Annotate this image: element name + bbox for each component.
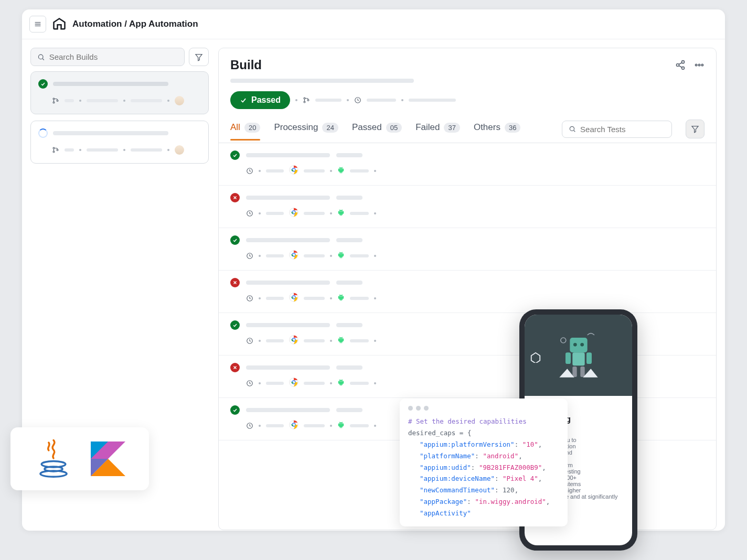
skeleton bbox=[304, 254, 325, 257]
branch-icon bbox=[52, 97, 59, 104]
logo-icon bbox=[530, 351, 541, 363]
test-row[interactable] bbox=[219, 228, 716, 271]
search-icon bbox=[569, 125, 576, 133]
skeleton bbox=[336, 365, 362, 370]
skeleton bbox=[304, 339, 325, 342]
skeleton bbox=[336, 238, 362, 242]
android-icon bbox=[337, 294, 345, 303]
skeleton bbox=[246, 238, 330, 242]
skeleton bbox=[336, 196, 362, 200]
build-header: Build Passed bbox=[219, 48, 716, 109]
chrome-icon bbox=[289, 165, 298, 177]
skeleton bbox=[246, 153, 330, 157]
chrome-icon bbox=[289, 420, 298, 432]
skeleton bbox=[246, 365, 330, 370]
svg-point-14 bbox=[682, 67, 685, 69]
status-badge-label: Passed bbox=[251, 95, 281, 105]
filter-builds-button[interactable] bbox=[189, 48, 209, 66]
clock-icon bbox=[354, 96, 361, 104]
search-tests-input[interactable] bbox=[562, 121, 672, 138]
skeleton bbox=[266, 169, 284, 173]
share-icon[interactable] bbox=[675, 60, 686, 70]
build-card[interactable] bbox=[30, 121, 209, 164]
skeleton bbox=[230, 79, 414, 83]
svg-point-20 bbox=[304, 98, 305, 99]
skeleton bbox=[350, 339, 369, 342]
tab-others[interactable]: Others36 bbox=[474, 122, 521, 140]
code-line: "platformName": "android", bbox=[420, 450, 559, 462]
svg-rect-64 bbox=[572, 352, 584, 365]
svg-point-7 bbox=[53, 102, 55, 103]
breadcrumb: Automation / App Automation bbox=[72, 19, 198, 29]
svg-line-16 bbox=[679, 66, 682, 67]
tab-processing[interactable]: Processing24 bbox=[274, 122, 338, 140]
skeleton bbox=[53, 82, 168, 86]
skeleton bbox=[266, 382, 284, 385]
header: Automation / App Automation bbox=[22, 9, 725, 39]
skeleton bbox=[350, 424, 369, 427]
android-icon bbox=[337, 209, 345, 218]
tab-passed[interactable]: Passed05 bbox=[352, 122, 402, 140]
skeleton bbox=[266, 297, 284, 300]
test-row[interactable] bbox=[219, 186, 716, 228]
kotlin-icon bbox=[91, 441, 125, 476]
search-icon bbox=[37, 53, 45, 61]
filter-icon bbox=[691, 125, 699, 133]
tab-label: Others bbox=[474, 122, 500, 133]
android-icon bbox=[337, 379, 345, 388]
build-card[interactable] bbox=[30, 71, 209, 114]
svg-point-69 bbox=[560, 338, 565, 343]
check-icon bbox=[38, 79, 48, 89]
page-title: Build bbox=[230, 58, 262, 72]
skeleton bbox=[304, 382, 325, 385]
filter-tests-button[interactable] bbox=[686, 120, 705, 138]
tab-count: 24 bbox=[322, 123, 338, 133]
test-row[interactable] bbox=[219, 313, 716, 356]
code-line: "appium:platformVersion": "10", bbox=[420, 439, 559, 450]
skeleton bbox=[304, 212, 325, 215]
search-builds-input[interactable] bbox=[30, 48, 185, 66]
search-builds-field[interactable] bbox=[49, 52, 178, 61]
tab-failed[interactable]: Failed37 bbox=[415, 122, 460, 140]
menu-button[interactable] bbox=[29, 16, 46, 33]
logo bbox=[51, 16, 67, 32]
tab-all[interactable]: All20 bbox=[230, 122, 260, 140]
svg-line-4 bbox=[42, 58, 44, 60]
svg-point-11 bbox=[57, 149, 58, 151]
test-row[interactable] bbox=[219, 143, 716, 186]
chrome-icon bbox=[289, 293, 298, 304]
tabs: All20Processing24Passed05Failed37Others3… bbox=[219, 120, 716, 143]
tab-count: 37 bbox=[444, 123, 460, 133]
skeleton bbox=[350, 169, 369, 173]
check-icon bbox=[230, 235, 240, 245]
code-snippet-card: # Set the desired capabilities desired_c… bbox=[400, 399, 568, 526]
skeleton bbox=[53, 131, 168, 135]
chrome-icon bbox=[289, 208, 298, 219]
skeleton bbox=[246, 196, 330, 200]
code-line: "appium:deviceName": "Pixel 4", bbox=[420, 473, 559, 484]
chrome-icon bbox=[289, 335, 298, 347]
svg-marker-70 bbox=[559, 369, 574, 378]
tab-label: Processing bbox=[274, 122, 318, 133]
phone-banner bbox=[525, 315, 632, 396]
check-icon bbox=[230, 150, 240, 160]
svg-rect-61 bbox=[570, 338, 587, 352]
spinner-icon bbox=[38, 128, 48, 138]
svg-point-24 bbox=[570, 126, 574, 131]
skeleton bbox=[131, 99, 162, 102]
code-line: "newCommandTimeout": 120, bbox=[420, 484, 559, 496]
more-icon[interactable] bbox=[694, 60, 705, 70]
skeleton bbox=[367, 99, 396, 102]
skeleton bbox=[266, 212, 284, 215]
test-row[interactable] bbox=[219, 271, 716, 313]
search-tests-field[interactable] bbox=[580, 125, 665, 134]
robot-illustration bbox=[556, 327, 601, 380]
svg-point-18 bbox=[698, 64, 700, 66]
language-card bbox=[10, 427, 149, 490]
code-line: "appPackage": "in.wiggy.android", bbox=[420, 496, 559, 508]
chrome-icon bbox=[289, 378, 298, 389]
test-row[interactable] bbox=[219, 356, 716, 398]
tab-count: 36 bbox=[505, 123, 520, 133]
tab-label: All bbox=[230, 122, 240, 133]
skeleton bbox=[246, 281, 330, 285]
